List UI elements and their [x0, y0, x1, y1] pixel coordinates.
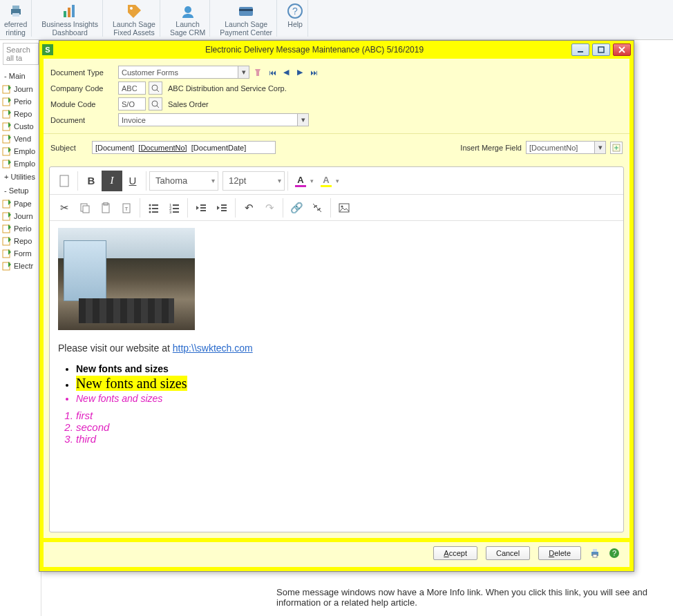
- tree-section-setup[interactable]: - Setup: [0, 184, 41, 198]
- website-link[interactable]: http:\\swktech.com: [173, 343, 253, 354]
- new-doc-icon[interactable]: [54, 171, 75, 191]
- print-icon[interactable]: [589, 548, 600, 559]
- editor-canvas[interactable]: Please visit our website at http:\\swkte…: [50, 221, 623, 532]
- list-item: New fonts and sizes: [76, 376, 615, 392]
- input-company-code[interactable]: ABC: [118, 81, 146, 95]
- list-item: New fonts and sizes: [76, 393, 615, 404]
- accept-button[interactable]: Accept: [433, 546, 477, 560]
- tree-item[interactable]: Electr: [0, 260, 41, 272]
- italic-button[interactable]: I: [102, 171, 122, 191]
- paste-icon[interactable]: [95, 198, 116, 218]
- image-icon[interactable]: [334, 198, 354, 218]
- indent-icon[interactable]: [211, 198, 232, 218]
- svg-rect-27: [598, 47, 604, 52]
- svg-rect-43: [152, 208, 158, 209]
- nav-last-icon[interactable]: ⏭: [309, 68, 319, 77]
- outdent-icon[interactable]: [191, 198, 211, 218]
- tree-section-main[interactable]: - Main: [0, 69, 41, 83]
- bar-chart-icon: [61, 3, 78, 19]
- svg-rect-47: [173, 204, 179, 206]
- number-list-icon[interactable]: 123: [164, 198, 184, 218]
- minimize-button[interactable]: [571, 44, 589, 56]
- tree-section-utilities[interactable]: + Utilities: [0, 170, 41, 184]
- svg-point-28: [152, 85, 158, 90]
- company-desc: ABC Distribution and Service Corp.: [168, 84, 287, 93]
- module-desc: Sales Order: [168, 100, 209, 108]
- undo-icon[interactable]: ↶: [238, 198, 259, 218]
- embedded-image[interactable]: [58, 228, 195, 330]
- body-paragraph: Please visit our website at http:\\swkte…: [58, 343, 615, 354]
- svg-rect-3: [64, 11, 66, 17]
- close-button[interactable]: [613, 44, 631, 56]
- tree-item[interactable]: Journ: [0, 83, 41, 95]
- below-dialog-text: Some message windows now have a More Inf…: [276, 587, 673, 608]
- cut-icon[interactable]: ✂: [54, 198, 75, 218]
- form-header: Document Type Customer Forms▾ ⏮ ◀ ▶ ⏭ Co…: [44, 59, 629, 133]
- lookup-company-icon[interactable]: [149, 81, 162, 95]
- tree-item[interactable]: Emplo: [0, 157, 41, 170]
- titlebar[interactable]: S Electronic Delivery Message Maintenanc…: [39, 41, 634, 59]
- help-icon[interactable]: ?: [609, 548, 620, 559]
- card-icon: [238, 3, 254, 19]
- label-merge-field: Insert Merge Field: [460, 144, 522, 152]
- link-icon[interactable]: 🔗: [286, 198, 307, 218]
- maximize-button[interactable]: [592, 44, 610, 56]
- input-subject[interactable]: [Document] [DocumentNo] [DocumentDate]: [92, 141, 276, 154]
- ribbon-business-insights[interactable]: Business InsightsDashboard: [37, 0, 103, 37]
- flashlight-icon[interactable]: [252, 67, 263, 78]
- ribbon-fixed-assets[interactable]: Launch SageFixed Assets: [108, 0, 160, 37]
- tree-item[interactable]: Perio: [0, 95, 41, 108]
- redo-icon[interactable]: ↷: [259, 198, 280, 218]
- tree-item[interactable]: Perio: [0, 222, 41, 235]
- rich-text-editor: B I U Tahoma▾ 12pt▾ A▾ A▾ ✂ T 123: [49, 166, 624, 532]
- select-merge-field[interactable]: [DocumentNo]▾: [526, 141, 606, 154]
- highlight-color-button[interactable]: A▾: [316, 174, 342, 188]
- font-family-select[interactable]: Tahoma▾: [149, 171, 218, 191]
- ribbon-help[interactable]: ? Help: [283, 0, 308, 37]
- text-color-button[interactable]: A▾: [291, 174, 316, 188]
- ribbon-lbl: Launch Sage: [113, 20, 155, 28]
- bullet-list-icon[interactable]: [143, 198, 164, 218]
- left-panel: Search all ta - Main JournPerioRepoCusto…: [0, 40, 41, 616]
- nav-prev-icon[interactable]: ◀: [281, 68, 291, 77]
- cancel-button[interactable]: Cancel: [486, 546, 530, 560]
- select-document[interactable]: Invoice▾: [118, 113, 309, 126]
- svg-text:T: T: [125, 206, 129, 212]
- tree-item[interactable]: Emplo: [0, 145, 41, 157]
- svg-rect-52: [200, 204, 206, 206]
- tree-item[interactable]: Custo: [0, 120, 41, 133]
- help-icon: ?: [287, 3, 303, 19]
- underline-button[interactable]: U: [122, 171, 143, 191]
- crm-icon: [180, 3, 196, 19]
- select-doc-type[interactable]: Customer Forms▾: [118, 66, 249, 79]
- ribbon-deferred-printing[interactable]: eferredrinting: [0, 0, 32, 37]
- ribbon-sage-crm[interactable]: LaunchSage CRM: [166, 0, 210, 37]
- unlink-icon[interactable]: [307, 198, 328, 218]
- list-item: first: [76, 410, 615, 421]
- tree-item[interactable]: Repo: [0, 235, 41, 247]
- tree-item[interactable]: Journ: [0, 210, 41, 222]
- bold-button[interactable]: B: [81, 171, 102, 191]
- tag-icon: [126, 3, 142, 19]
- tree-item[interactable]: Pape: [0, 198, 41, 210]
- tree-item[interactable]: Vend: [0, 133, 41, 145]
- copy-icon[interactable]: [75, 198, 95, 218]
- ribbon-lbl: Launch Sage: [225, 20, 267, 28]
- lookup-module-icon[interactable]: [149, 97, 162, 110]
- dialog-footer: Accept Cancel Delete ?: [44, 542, 629, 567]
- tree-item[interactable]: Repo: [0, 108, 41, 120]
- search-input[interactable]: Search all ta: [3, 43, 39, 65]
- nav-first-icon[interactable]: ⏮: [267, 68, 277, 77]
- delete-button[interactable]: Delete: [538, 546, 581, 560]
- ribbon-lbl: Launch: [176, 20, 199, 28]
- ribbon-lbl: rinting: [6, 28, 26, 37]
- svg-rect-54: [200, 210, 206, 211]
- paste-text-icon[interactable]: T: [116, 198, 137, 218]
- input-module-code[interactable]: S/O: [118, 97, 146, 110]
- font-size-select[interactable]: 12pt▾: [222, 171, 285, 191]
- tree-item[interactable]: Form: [0, 247, 41, 260]
- ribbon-payment-center[interactable]: Launch SagePayment Center: [216, 0, 277, 37]
- insert-merge-button[interactable]: [610, 142, 623, 154]
- nav-next-icon[interactable]: ▶: [295, 68, 305, 77]
- svg-rect-45: [152, 211, 158, 213]
